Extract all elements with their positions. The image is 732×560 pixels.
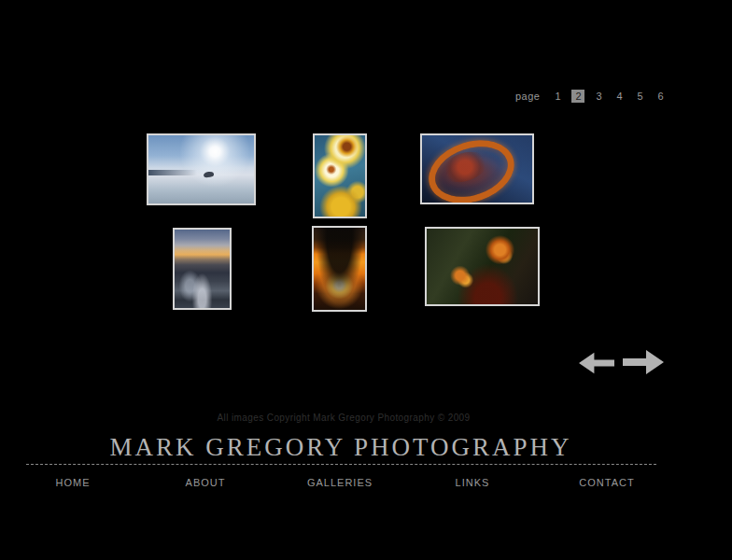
thumbnail-photo-mushrooms [427,229,538,304]
thumbnail-photo-orange-sunset [314,228,365,310]
gallery-thumbnail-2[interactable] [313,133,367,218]
nav-item-galleries[interactable]: GALLERIES [307,477,373,488]
page-number-3[interactable]: 3 [592,90,605,103]
previous-page-button[interactable] [579,350,614,376]
nav-item-links[interactable]: LINKS [456,477,490,488]
page-number-5[interactable]: 5 [633,90,646,103]
nav-item-home[interactable]: HOME [56,477,91,488]
nav-divider [26,464,656,465]
left-arrow-icon [579,350,614,376]
pagination: page 1 2 3 4 5 6 [515,90,670,103]
page-background: page 1 2 3 4 5 6 [0,0,732,560]
gallery-thumbnail-1[interactable] [147,133,256,205]
thumbnail-photo-seascape [148,135,254,203]
thumbnail-photo-fairground-wheel [422,135,532,203]
right-arrow-icon [622,347,665,377]
next-page-button[interactable] [622,347,665,377]
page-number-4[interactable]: 4 [612,90,626,103]
pagination-label: page [515,91,540,102]
page-number-6[interactable]: 6 [654,90,667,103]
gallery-thumbnail-4[interactable] [173,228,232,310]
copyright-text: All images Copyright Mark Gregory Photog… [0,413,687,423]
page-number-1[interactable]: 1 [551,90,564,103]
nav-item-about[interactable]: ABOUT [186,477,226,488]
gallery-thumbnail-6[interactable] [425,227,540,306]
gallery-thumbnail-5[interactable] [312,226,367,312]
thumbnail-photo-daffodils [315,135,365,217]
site-title: MARK GREGORY PHOTOGRAPHY [0,433,682,462]
gallery-thumbnail-3[interactable] [420,133,534,204]
page-number-2-current[interactable]: 2 [571,90,584,103]
thumbnail-photo-dusk-lake [175,230,230,308]
nav-item-contact[interactable]: CONTACT [579,477,634,488]
